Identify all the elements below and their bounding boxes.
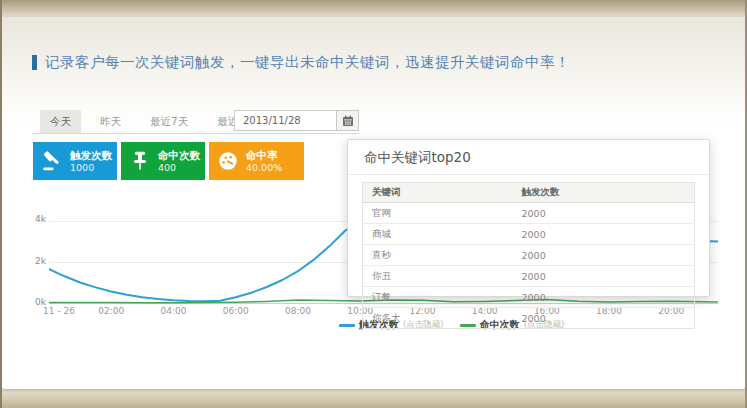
stat-card: 命中率 40.00% <box>209 142 304 180</box>
calendar-button[interactable] <box>336 111 358 130</box>
page-headline: 记录客户每一次关键词触发，一键导出未命中关键词，迅速提升关键词命中率！ <box>32 53 570 72</box>
table-row: 官网2000 <box>363 203 695 224</box>
x-tick-label: 02:00 <box>85 306 137 316</box>
y-tick-label: 2k <box>28 256 46 266</box>
stat-value: 1000 <box>70 162 112 174</box>
top20-table-body: 官网2000商城2000直秒2000你丑2000订餐2000你多大2000 <box>363 203 695 329</box>
table-row: 订餐2000 <box>363 287 695 308</box>
x-tick-label: 06:00 <box>210 306 262 316</box>
stat-label: 命中次数 <box>158 149 200 162</box>
tab-last-7-days[interactable]: 最近7天 <box>140 110 198 133</box>
stat-card: 触发次数 1000 <box>33 142 117 180</box>
page-background: 记录客户每一次关键词触发，一键导出未命中关键词，迅速提升关键词命中率！ 今天 昨… <box>0 0 747 408</box>
popup-title: 命中关键词top20 <box>348 140 709 175</box>
stat-value: 400 <box>158 162 200 174</box>
column-header-trigger-count: 触发次数 <box>513 183 695 203</box>
x-tick-label: 08:00 <box>272 306 324 316</box>
title-accent-bar <box>32 55 37 70</box>
table-row: 商城2000 <box>363 224 695 245</box>
y-tick-label: 4k <box>28 214 46 224</box>
gavel-icon <box>41 150 63 172</box>
table-row: 直秒2000 <box>363 245 695 266</box>
tab-today[interactable]: 今天 <box>40 110 81 133</box>
table-row: 你丑2000 <box>363 266 695 287</box>
calendar-icon <box>342 115 354 127</box>
stat-cards: 触发次数 1000 命中次数 400 <box>33 142 304 180</box>
x-tick-label: 04:00 <box>147 306 199 316</box>
stat-card: 命中次数 400 <box>121 142 205 180</box>
tab-yesterday[interactable]: 昨天 <box>90 110 131 133</box>
column-header-keyword: 关键词 <box>363 183 513 203</box>
pushpin-icon <box>129 150 151 172</box>
table-row: 你多大2000 <box>363 308 695 329</box>
table-header-row: 关键词 触发次数 <box>363 183 695 203</box>
date-value: 2013/11/28 <box>235 115 336 126</box>
stat-label: 命中率 <box>246 149 282 162</box>
page-title: 记录客户每一次关键词触发，一键导出未命中关键词，迅速提升关键词命中率！ <box>45 53 570 72</box>
legend-swatch <box>339 324 355 327</box>
y-tick-label: 0k <box>28 297 46 307</box>
stat-value: 40.00% <box>246 162 282 174</box>
top20-table: 关键词 触发次数 官网2000商城2000直秒2000你丑2000订餐2000你… <box>362 182 695 329</box>
stat-label: 触发次数 <box>70 149 112 162</box>
top20-popup: 命中关键词top20 关键词 触发次数 官网2000商城2000直秒2000你丑… <box>347 139 710 297</box>
filter-bar: 今天 昨天 最近7天 最近30天 2013/11/28 <box>32 110 359 134</box>
x-tick-label: 11 - 26 <box>33 306 85 316</box>
gauge-icon <box>217 150 239 172</box>
date-picker[interactable]: 2013/11/28 <box>234 110 359 131</box>
